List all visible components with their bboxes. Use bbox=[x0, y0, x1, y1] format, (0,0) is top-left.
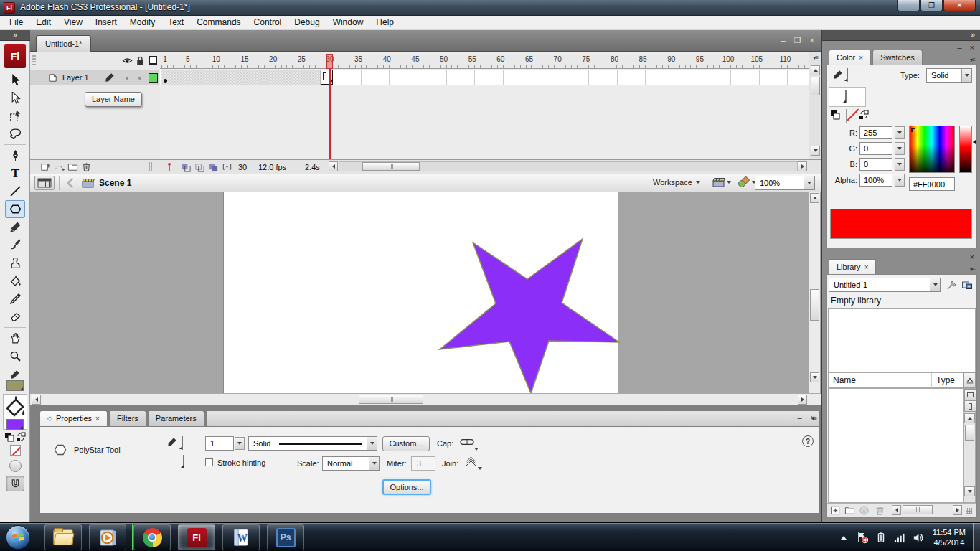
network-icon[interactable] bbox=[892, 530, 907, 545]
new-symbol-button[interactable] bbox=[830, 505, 841, 516]
brightness-arrow-icon[interactable] bbox=[973, 140, 976, 144]
color-panel-minimize-icon[interactable]: – bbox=[957, 43, 961, 52]
hex-field[interactable]: #FF0000 bbox=[909, 177, 955, 191]
frame-span[interactable] bbox=[161, 70, 321, 85]
library-scroll-left[interactable] bbox=[892, 505, 901, 515]
library-document-combo[interactable]: Untitled-1 bbox=[829, 278, 941, 292]
taskbar-clock[interactable]: 11:54 PM 4/5/2014 bbox=[933, 527, 966, 547]
options-button[interactable]: Options... bbox=[382, 479, 431, 495]
library-minimize-icon[interactable]: – bbox=[957, 253, 961, 261]
timeline-scroll-left[interactable] bbox=[329, 161, 338, 171]
fill-color-control[interactable] bbox=[3, 394, 27, 430]
text-tool[interactable]: T bbox=[5, 164, 25, 182]
color-channel-value[interactable]: 0 bbox=[859, 158, 892, 171]
help-icon[interactable]: ? bbox=[802, 435, 814, 447]
menu-insert[interactable]: Insert bbox=[89, 16, 123, 29]
show-desktop-button[interactable] bbox=[973, 523, 980, 551]
add-motion-guide-button[interactable] bbox=[54, 161, 65, 173]
timeline-grip[interactable] bbox=[32, 55, 36, 66]
fill-color-swatch[interactable] bbox=[6, 419, 24, 430]
polystar-tool[interactable] bbox=[5, 200, 25, 218]
stage-area[interactable] bbox=[30, 192, 821, 393]
wide-view-button[interactable] bbox=[964, 389, 976, 400]
timeline-scroll-right[interactable] bbox=[798, 161, 807, 171]
dock-collapse-icon[interactable]: » bbox=[822, 30, 980, 41]
pen-tool[interactable] bbox=[5, 146, 25, 164]
timeline-hscroll-track[interactable] bbox=[339, 161, 798, 171]
tab-close-icon[interactable]: × bbox=[859, 50, 863, 65]
layer-visibility-dot[interactable] bbox=[126, 77, 128, 80]
tab-filters[interactable]: Filters bbox=[109, 410, 146, 426]
stage-hscrollbar[interactable] bbox=[30, 393, 821, 405]
window-titlebar[interactable]: Fl Adobe Flash CS3 Professional - [Untit… bbox=[0, 0, 980, 16]
show-hidden-icons[interactable] bbox=[837, 530, 851, 545]
lock-layers-icon[interactable] bbox=[135, 55, 146, 66]
edit-symbols-button[interactable] bbox=[738, 176, 756, 188]
layer-outline-color[interactable] bbox=[149, 73, 158, 83]
doc-minimize-icon[interactable]: – bbox=[781, 36, 786, 45]
menu-file[interactable]: File bbox=[3, 16, 29, 29]
hand-tool[interactable] bbox=[5, 329, 25, 347]
menu-commands[interactable]: Commands bbox=[190, 16, 247, 29]
color-panel-close-icon[interactable]: × bbox=[970, 43, 974, 52]
edit-multiple-frames-icon[interactable] bbox=[208, 161, 220, 173]
timeline-ruler[interactable]: 1510152025303540455055606570758085909510… bbox=[160, 54, 809, 69]
taskbar-app-chrome[interactable] bbox=[133, 524, 171, 550]
selected-frames[interactable] bbox=[321, 70, 333, 85]
taskbar-app-photoshop[interactable]: Ps bbox=[267, 524, 304, 550]
document-tab[interactable]: Untitled-1* bbox=[36, 35, 91, 52]
stroke-height-spinner[interactable] bbox=[235, 437, 245, 450]
join-style-icon[interactable] bbox=[465, 457, 477, 466]
no-color-icon[interactable] bbox=[846, 109, 847, 123]
frame-rate[interactable]: 12.0 fps bbox=[258, 163, 286, 171]
taskbar-app-word[interactable]: W bbox=[222, 524, 260, 550]
properties-minimize-icon[interactable]: – bbox=[797, 413, 801, 422]
star-shape[interactable] bbox=[224, 192, 620, 393]
scroll-left-icon[interactable] bbox=[32, 395, 41, 405]
layer-lock-dot[interactable] bbox=[138, 77, 141, 80]
library-panel-menu-icon[interactable]: ▾≡ bbox=[970, 266, 975, 273]
sort-order-button[interactable] bbox=[963, 372, 976, 388]
cap-style-icon[interactable] bbox=[460, 438, 475, 446]
color-spectrum[interactable] bbox=[909, 126, 955, 173]
zoom-level-combo[interactable]: 100% bbox=[755, 176, 815, 190]
tab-color[interactable]: Color× bbox=[829, 50, 871, 65]
zoom-tool[interactable] bbox=[5, 347, 25, 365]
layer-row[interactable]: Layer 1 bbox=[30, 70, 159, 85]
library-column-headers[interactable]: Name Type bbox=[828, 372, 963, 388]
eraser-tool[interactable] bbox=[5, 308, 25, 326]
doc-close-icon[interactable]: × bbox=[810, 36, 814, 45]
prop-fill-color-swatch[interactable] bbox=[183, 455, 184, 468]
ink-bottle-tool[interactable] bbox=[5, 254, 25, 272]
color-channel-value[interactable]: 255 bbox=[859, 126, 892, 139]
menu-help[interactable]: Help bbox=[369, 16, 400, 29]
modify-markers-icon[interactable] bbox=[222, 161, 233, 173]
color-channel-slider-icon[interactable] bbox=[895, 174, 905, 187]
tab-close-icon[interactable]: × bbox=[95, 411, 100, 426]
free-transform-tool[interactable] bbox=[5, 107, 25, 125]
stage[interactable] bbox=[224, 192, 618, 393]
stroke-color-control[interactable] bbox=[0, 369, 30, 391]
show-hide-layers-icon[interactable] bbox=[122, 55, 133, 66]
insert-layer-button[interactable] bbox=[40, 161, 52, 173]
swap-colors-icon[interactable] bbox=[16, 432, 26, 442]
footer-grip[interactable] bbox=[149, 162, 155, 171]
resize-grip[interactable] bbox=[966, 508, 972, 514]
delete-layer-button[interactable] bbox=[81, 161, 93, 173]
color-channel-value[interactable]: 100% bbox=[859, 174, 892, 187]
eyedropper-tool[interactable] bbox=[5, 290, 25, 308]
library-scroll-right[interactable] bbox=[953, 505, 962, 515]
scroll-right-icon[interactable] bbox=[798, 395, 807, 405]
stroke-color-swatch[interactable] bbox=[6, 380, 24, 391]
pin-library-icon[interactable] bbox=[946, 279, 958, 291]
library-scrollbar[interactable] bbox=[963, 388, 976, 503]
menu-window[interactable]: Window bbox=[326, 16, 370, 29]
paint-bucket-tool[interactable] bbox=[5, 272, 25, 290]
tools-panel-collapse-icon[interactable]: » bbox=[0, 30, 30, 41]
action-center-icon[interactable] bbox=[855, 530, 870, 545]
onion-skin-outlines-icon[interactable] bbox=[194, 161, 206, 173]
taskbar-app-media-player[interactable] bbox=[89, 524, 126, 550]
default-colors-icon[interactable] bbox=[4, 432, 14, 442]
timeline-panel-menu-icon[interactable]: ▾≡ bbox=[809, 55, 821, 61]
menu-debug[interactable]: Debug bbox=[288, 16, 326, 29]
